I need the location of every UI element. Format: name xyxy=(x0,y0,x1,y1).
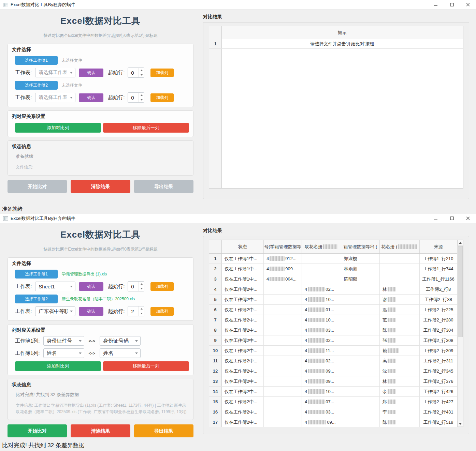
minimize-button[interactable] xyxy=(428,214,444,223)
column-header-wb1-id[interactable]: 号(学籍管理数据导 xyxy=(264,240,302,253)
wb1-id-cell xyxy=(264,366,302,376)
select-workbook2-button[interactable]: 选择工作簿2 xyxy=(15,81,58,90)
scrollbar-thumb[interactable] xyxy=(458,246,463,337)
result-row[interactable]: 1 请选择文件并点击'开始比对'按钮 xyxy=(209,39,463,49)
export-results-button[interactable]: 导出结果 xyxy=(134,424,193,437)
load-columns1-button[interactable]: 加载列 xyxy=(150,69,174,77)
result-row[interactable]: 9仅在工作簿2中...402...张工作簿2_行308 xyxy=(209,335,457,346)
column-header-wb1-name[interactable]: 籍管理数据导出 ( xyxy=(341,240,380,253)
result-row[interactable]: 3仅在工作簿1中...4004...陈昭熙工作簿1_行1166 xyxy=(209,274,457,284)
sheet1-select[interactable]: Sheet1 xyxy=(35,282,75,291)
scroll-up-icon[interactable] xyxy=(458,240,463,246)
window-title: Excel数据对比工具By狂奔的蜗牛 xyxy=(11,215,75,222)
results-scrollbar[interactable] xyxy=(457,240,463,427)
column-header-row-number xyxy=(209,240,222,253)
result-row[interactable]: 5仅在工作簿2中...410...谢工作簿2_行38 xyxy=(209,295,457,305)
redacted-blur xyxy=(388,369,396,373)
column-header-hint[interactable]: 提示 xyxy=(222,26,463,39)
result-row[interactable]: 16仅在工作簿2中...403...李工作簿2_行431 xyxy=(209,407,457,417)
confirm-sheet2-button[interactable]: 确认 xyxy=(79,93,103,102)
stepper-up-icon[interactable] xyxy=(139,68,144,73)
select-workbook1-button[interactable]: 选择工作簿1 xyxy=(15,56,58,65)
status-cell: 仅在工作簿2中... xyxy=(222,356,264,366)
redacted-blur xyxy=(270,277,285,281)
status-cell: 仅在工作簿1中... xyxy=(222,274,264,284)
page-subtitle: 快速对比两个Excel文件中的数据差异,起始行0表示第1行是标题 xyxy=(8,246,193,252)
result-row[interactable]: 13仅在工作簿2中...409...林工作簿2_行376 xyxy=(209,376,457,387)
result-row[interactable]: 15仅在工作簿2中...407...郑工作簿2_行427 xyxy=(209,397,457,407)
confirm-sheet1-button[interactable]: 确认 xyxy=(79,69,103,77)
start-row1-stepper[interactable]: 0 xyxy=(128,281,144,291)
source-cell: 工作簿2_行311 xyxy=(420,356,457,366)
map2-left-select[interactable]: 姓名 xyxy=(43,348,84,358)
result-row[interactable]: 12仅在工作簿2中...409...沈工作簿2_行345 xyxy=(209,366,457,376)
stepper-down-icon[interactable] xyxy=(139,97,144,102)
column-header-source[interactable]: 来源 xyxy=(420,240,457,253)
result-row[interactable]: 11仅在工作簿2中...402...高工作簿2_行311 xyxy=(209,356,457,366)
stepper-down-icon[interactable] xyxy=(139,73,144,77)
close-button[interactable] xyxy=(460,0,476,9)
confirm-sheet1-button[interactable]: 确认 xyxy=(79,282,103,291)
start-row2-stepper[interactable]: 0 xyxy=(128,92,144,103)
map1-left-select[interactable]: 身份证件号 xyxy=(43,336,84,346)
map2-right-select[interactable]: 姓名 xyxy=(100,348,141,358)
sheet2-select[interactable]: 请选择工作表 xyxy=(35,93,75,102)
column-header-status[interactable]: 状态 xyxy=(222,240,264,253)
sheet2-select[interactable]: 广东省中等职 xyxy=(35,306,75,316)
redacted-blur xyxy=(308,400,325,404)
start-compare-button[interactable]: 开始比对 xyxy=(8,180,67,193)
close-button[interactable] xyxy=(460,214,476,223)
maximize-button[interactable] xyxy=(444,0,460,9)
status-bar: 比对完成! 共找到 32 条差异数据 xyxy=(0,440,476,451)
stepper-up-icon[interactable] xyxy=(139,93,144,97)
add-compare-column-button[interactable]: 添加对比列 xyxy=(15,123,101,133)
add-compare-column-button[interactable]: 添加对比列 xyxy=(15,361,101,371)
result-row[interactable]: 4仅在工作簿2中...402...林工作簿2_行8 xyxy=(209,284,457,295)
select-workbook1-button[interactable]: 选择工作簿1 xyxy=(15,270,58,279)
wb2-name-cell: 谢 xyxy=(380,295,420,304)
result-row[interactable]: 14仅在工作簿2中...410...余工作簿2_行426 xyxy=(209,387,457,397)
export-results-button[interactable]: 导出结果 xyxy=(134,180,193,193)
stepper-up-icon[interactable] xyxy=(139,306,144,311)
sheet1-select[interactable]: 请选择工作表 xyxy=(35,68,75,77)
result-row[interactable]: 6仅在工作簿2中...401...温工作簿2_行225 xyxy=(209,305,457,315)
load-columns1-button[interactable]: 加载列 xyxy=(150,282,174,291)
status-cell: 仅在工作簿1中... xyxy=(222,254,264,264)
wb1-id-cell xyxy=(264,284,302,294)
stepper-down-icon[interactable] xyxy=(139,311,144,316)
load-columns2-button[interactable]: 加载列 xyxy=(150,307,174,316)
result-row[interactable]: 17仅在工作簿2中...409...陈工作簿2_行518 xyxy=(209,417,457,427)
load-columns2-button[interactable]: 加载列 xyxy=(150,93,174,102)
select-workbook2-button[interactable]: 选择工作簿2 xyxy=(15,295,58,303)
start-compare-button[interactable]: 开始比对 xyxy=(8,424,67,437)
redacted-blur xyxy=(308,410,325,414)
minimize-button[interactable] xyxy=(428,0,444,9)
result-row[interactable]: 1仅在工作簿1中...4912...郑淑樱工作簿1_行210 xyxy=(209,254,457,264)
confirm-sheet2-button[interactable]: 确认 xyxy=(79,307,103,316)
status-bar-text: 比对完成! 共找到 32 条差异数据 xyxy=(2,441,85,449)
remove-last-column-button[interactable]: 移除最后一列 xyxy=(103,123,189,133)
scrollbar-track[interactable] xyxy=(458,246,463,421)
status-cell: 仅在工作簿2中... xyxy=(222,397,264,407)
maximize-button[interactable] xyxy=(444,214,460,223)
scroll-down-icon[interactable] xyxy=(458,421,463,427)
column-header-wb2-name[interactable]: 花名册 ( xyxy=(380,240,420,253)
result-row[interactable]: 7仅在工作簿2中...410...范工作簿2_行280 xyxy=(209,315,457,325)
remove-last-column-button[interactable]: 移除最后一列 xyxy=(103,361,189,371)
stepper-down-icon[interactable] xyxy=(139,286,144,291)
start-row2-stepper[interactable]: 2 xyxy=(128,306,144,316)
clear-results-button[interactable]: 清除结果 xyxy=(71,180,130,193)
start-row1-stepper[interactable]: 0 xyxy=(128,67,144,78)
source-cell: 工作簿2_行309 xyxy=(420,346,457,356)
result-row[interactable]: 2仅在工作簿1中...4909...林雨湘工作簿1_行744 xyxy=(209,264,457,274)
app-icon xyxy=(3,2,8,7)
result-row[interactable]: 8仅在工作簿2中...403...陈工作簿2_行304 xyxy=(209,325,457,335)
row-number-cell: 4 xyxy=(209,284,222,294)
column-header-wb2-id[interactable]: 取花名册 xyxy=(302,240,341,253)
map1-right-select[interactable]: 身份证号码 xyxy=(100,336,141,346)
result-row[interactable]: 10仅在工作簿2中...411...赖工作簿2_行309 xyxy=(209,346,457,356)
wb2-name-cell: 范 xyxy=(380,315,420,325)
clear-results-button[interactable]: 清除结果 xyxy=(71,424,130,437)
stepper-up-icon[interactable] xyxy=(139,282,144,286)
wb1-id-cell xyxy=(264,305,302,315)
